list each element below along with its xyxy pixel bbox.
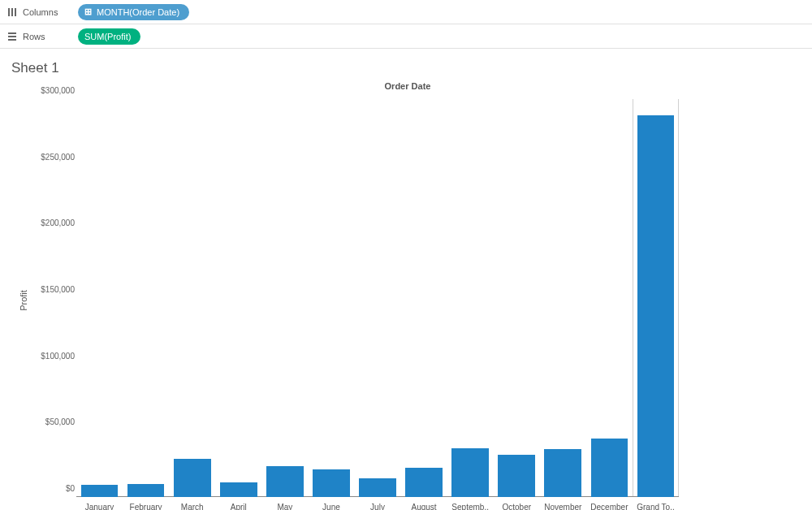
bar-slot <box>540 99 586 497</box>
rows-shelf-label: Rows <box>6 31 78 42</box>
bar-slot <box>169 99 215 497</box>
bar[interactable] <box>174 459 211 497</box>
bar[interactable] <box>544 449 581 497</box>
svg-rect-4 <box>8 36 16 37</box>
x-label: Grand To.. <box>633 503 679 510</box>
bar-slot <box>401 99 447 497</box>
rows-icon <box>6 31 18 42</box>
sheet-title[interactable]: Sheet 1 <box>11 60 804 76</box>
bar[interactable] <box>220 482 257 497</box>
svg-rect-2 <box>15 8 16 16</box>
bar[interactable] <box>359 478 396 497</box>
svg-rect-3 <box>8 32 16 34</box>
bar-slot <box>123 99 169 497</box>
bar-slot <box>447 99 494 497</box>
bar-slot <box>354 99 400 497</box>
bar-slot <box>586 99 633 497</box>
svg-rect-1 <box>11 8 13 16</box>
x-label: December <box>586 503 633 510</box>
chart-title: Order Date <box>11 81 804 91</box>
rows-pill-label: SUM(Profit) <box>84 32 131 41</box>
y-tick: $0 <box>34 484 75 493</box>
bar[interactable] <box>127 484 165 497</box>
x-label: August <box>401 503 447 510</box>
rows-shelf[interactable]: Rows SUM(Profit) <box>0 24 812 49</box>
rows-label-text: Rows <box>23 32 45 41</box>
columns-shelf-label: Columns <box>6 6 78 18</box>
bar-slot <box>215 99 261 497</box>
svg-rect-0 <box>8 8 10 16</box>
columns-icon <box>6 6 18 18</box>
bar[interactable] <box>451 448 489 497</box>
rows-pill[interactable]: SUM(Profit) <box>78 28 140 45</box>
bar[interactable] <box>266 466 304 497</box>
sheet-area: Sheet 1 Order Date Profit $0$50,000$100,… <box>0 49 812 510</box>
y-tick: $250,000 <box>34 152 75 161</box>
bar-slot <box>494 99 540 497</box>
bar-slot <box>261 99 308 497</box>
y-axis-label: Profit <box>19 290 28 311</box>
columns-pill-label: MONTH(Order Date) <box>97 7 179 17</box>
expand-icon: ⊞ <box>84 6 92 17</box>
chart-container: Order Date Profit $0$50,000$100,000$150,… <box>11 81 804 510</box>
x-label: October <box>494 503 540 510</box>
bar[interactable] <box>637 115 675 497</box>
y-tick: $300,000 <box>34 86 75 95</box>
bar-slot <box>633 99 679 497</box>
x-label: March <box>169 503 215 510</box>
x-label: Septemb.. <box>447 503 494 510</box>
columns-label-text: Columns <box>23 7 58 17</box>
x-axis-labels: JanuaryFebruaryMarchAprilMayJuneJulyAugu… <box>76 503 679 510</box>
y-tick: $100,000 <box>34 351 75 360</box>
bar[interactable] <box>313 469 350 497</box>
bar[interactable] <box>498 455 535 497</box>
svg-rect-5 <box>8 39 16 41</box>
x-label: February <box>123 503 169 510</box>
y-tick: $150,000 <box>34 285 75 294</box>
x-label: January <box>76 503 123 510</box>
bar-slot <box>76 99 123 497</box>
columns-pill[interactable]: ⊞ MONTH(Order Date) <box>78 4 189 20</box>
bar[interactable] <box>405 468 443 497</box>
bars-row <box>76 99 679 497</box>
x-label: May <box>261 503 308 510</box>
bar[interactable] <box>81 485 119 497</box>
columns-shelf[interactable]: Columns ⊞ MONTH(Order Date) <box>0 0 812 24</box>
x-label: November <box>540 503 586 510</box>
x-label: April <box>215 503 261 510</box>
y-tick: $50,000 <box>34 417 75 426</box>
bar-slot <box>308 99 354 497</box>
x-label: June <box>308 503 354 510</box>
bar[interactable] <box>591 439 628 497</box>
x-label: July <box>354 503 400 510</box>
y-tick: $200,000 <box>34 218 75 227</box>
